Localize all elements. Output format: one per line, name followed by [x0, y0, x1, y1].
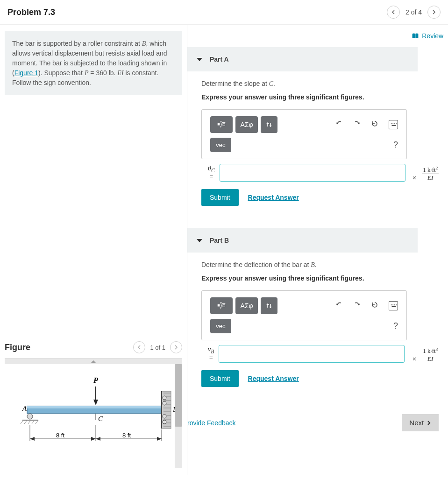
chevron-down-icon	[197, 58, 202, 61]
part-b-answer-box: ΑΣφ vec ?	[201, 290, 407, 340]
dim-left: 8 ft	[56, 432, 64, 439]
chevron-down-icon	[197, 239, 202, 242]
undo-icon	[335, 301, 343, 309]
svg-rect-38	[218, 123, 220, 126]
undo-icon	[335, 120, 343, 127]
svg-line-23	[24, 420, 27, 424]
part-a-var-label: θC =	[208, 165, 215, 181]
undo-button[interactable]	[335, 301, 345, 310]
svg-rect-42	[392, 123, 393, 124]
template-button[interactable]	[210, 297, 233, 314]
part-a-title: Part A	[210, 56, 229, 63]
scrollbar-thumb[interactable]	[175, 364, 182, 427]
svg-line-26	[36, 420, 38, 424]
part-b: Part B Determine the deflection of the b…	[187, 228, 448, 395]
svg-rect-44	[396, 123, 397, 124]
chevron-right-icon	[432, 10, 436, 14]
reset-icon	[371, 301, 378, 309]
next-problem-button[interactable]	[427, 6, 441, 19]
figure-next-button[interactable]	[170, 341, 182, 353]
svg-point-19	[163, 420, 166, 424]
review-bar: Review	[187, 25, 448, 47]
part-a-header[interactable]: Part A	[187, 47, 418, 71]
problem-text: The bar is supported by a roller constra…	[12, 40, 142, 47]
svg-line-25	[32, 420, 35, 424]
chevron-right-icon	[427, 421, 431, 425]
unit-den: EI	[427, 174, 433, 182]
part-b-var-label: vB =	[208, 346, 214, 362]
part-b-submit-button[interactable]: Submit	[201, 370, 239, 387]
updown-button[interactable]	[261, 297, 277, 314]
svg-marker-35	[96, 437, 100, 441]
reset-button[interactable]	[371, 301, 380, 310]
vec-button[interactable]: vec	[210, 138, 231, 152]
unit-exp: 2	[436, 166, 438, 170]
dim-right: 8 ft	[122, 432, 131, 439]
updown-button[interactable]	[261, 116, 277, 133]
figure-section: Figure 1 of 1 P	[5, 337, 182, 468]
unit-den: EI	[427, 355, 433, 363]
part-b-instruction: Express your answer using three signific…	[201, 274, 439, 282]
part-b-request-link[interactable]: Request Answer	[248, 375, 299, 382]
part-b-actions: Submit Request Answer	[201, 370, 439, 387]
undo-button[interactable]	[335, 120, 345, 129]
part-a: Part A Determine the slope at C. Express…	[187, 47, 448, 214]
svg-rect-47	[223, 305, 225, 307]
part-a-answer-box: ΑΣφ vec ?	[201, 109, 407, 159]
figure-link[interactable]: Figure 1	[14, 69, 38, 77]
unit-num: 1 k·ft	[423, 166, 435, 173]
part-a-answer-input[interactable]	[220, 164, 405, 182]
part-b-body: Determine the deflection of the bar at B…	[187, 253, 448, 395]
reset-button[interactable]	[371, 120, 380, 129]
part-a-actions: Submit Request Answer	[201, 189, 439, 206]
var-theta: θ	[208, 165, 211, 172]
unit-exp: 3	[436, 347, 438, 351]
figure-scroll-up[interactable]	[5, 358, 182, 364]
next-button[interactable]: Next	[402, 414, 439, 431]
feedback-link[interactable]: rovide Feedback	[187, 419, 236, 427]
svg-rect-39	[223, 124, 225, 126]
updown-icon	[265, 302, 273, 310]
figure-title: Figure	[5, 343, 30, 352]
keyboard-icon	[390, 302, 398, 309]
greek-button[interactable]: ΑΣφ	[235, 297, 258, 314]
fraction-sqrt-icon	[217, 302, 226, 310]
chevron-left-icon	[137, 345, 142, 350]
var-sub: B	[211, 348, 214, 354]
help-button[interactable]: ?	[393, 321, 398, 331]
times-symbol: ×	[412, 355, 416, 363]
keyboard-button[interactable]	[389, 120, 398, 129]
figure-scrollbar[interactable]	[175, 364, 182, 468]
left-panel: The bar is supported by a roller constra…	[0, 25, 187, 475]
greek-button[interactable]: ΑΣφ	[235, 116, 258, 133]
eq-sign: =	[209, 173, 213, 181]
eq-sign: =	[209, 354, 213, 362]
svg-rect-48	[220, 302, 221, 303]
label-A: A	[22, 405, 27, 412]
part-b-answer-input[interactable]	[219, 345, 405, 363]
part-b-unit: 1 k·ft3 EI	[422, 347, 439, 363]
keyboard-button[interactable]	[389, 301, 398, 310]
review-link[interactable]: Review	[412, 32, 443, 40]
part-b-header[interactable]: Part B	[187, 228, 418, 253]
part-b-toolbar: ΑΣφ	[210, 297, 398, 314]
prev-problem-button[interactable]	[387, 6, 400, 19]
svg-marker-33	[91, 437, 96, 441]
redo-button[interactable]	[353, 120, 363, 129]
help-button[interactable]: ?	[393, 140, 398, 150]
redo-button[interactable]	[353, 301, 363, 310]
problem-statement: The bar is supported by a roller constra…	[5, 31, 182, 95]
var-sub: C	[211, 167, 215, 173]
part-a-request-link[interactable]: Request Answer	[248, 194, 299, 201]
part-a-input-row: θC =	[208, 164, 407, 182]
redo-icon	[353, 301, 361, 309]
question-text: Determine the deflection of the bar at	[201, 261, 311, 268]
svg-line-24	[28, 420, 31, 424]
part-a-submit-button[interactable]: Submit	[201, 189, 239, 206]
figure-prev-button[interactable]	[133, 341, 145, 353]
chevron-right-icon	[174, 345, 178, 350]
times-symbol: ×	[412, 174, 416, 182]
figure-diagram: P	[5, 364, 182, 468]
vec-button[interactable]: vec	[210, 319, 231, 333]
template-button[interactable]	[210, 116, 233, 133]
